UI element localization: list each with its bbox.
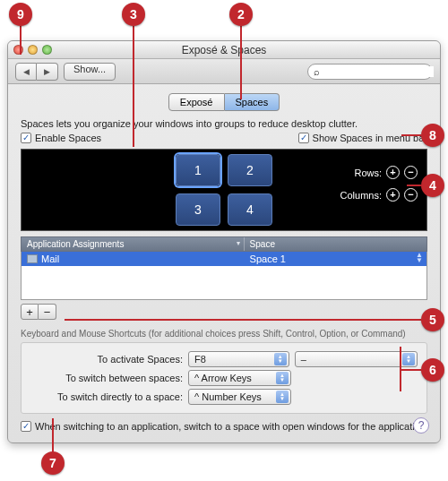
space-2[interactable]: 2	[228, 154, 272, 186]
assignments-list[interactable]: Mail Space 1 ▲▼	[21, 252, 427, 300]
switch-to-app-checkbox[interactable]: ✓ When switching to an application, swit…	[21, 421, 427, 432]
assignment-app: Mail	[41, 253, 59, 264]
checkbox-icon: ✓	[21, 133, 31, 143]
annotation-7: 7	[41, 451, 65, 475]
switch-key-value: ^ Arrow Keys	[194, 373, 252, 383]
annotation-3: 3	[122, 3, 145, 26]
activate-key-value: F8	[194, 354, 206, 365]
checkbox-icon: ✓	[298, 133, 309, 143]
rows-remove-button[interactable]: −	[404, 166, 418, 179]
activate-mouse-value: –	[301, 354, 306, 365]
popup-arrows-icon: ▲▼	[276, 372, 289, 384]
tab-bar: Exposé Spaces	[168, 93, 280, 111]
popup-arrows-icon[interactable]: ▲▼	[416, 253, 423, 263]
close-icon[interactable]	[13, 45, 23, 55]
remove-assignment-button[interactable]: −	[39, 304, 56, 320]
tab-expose[interactable]: Exposé	[168, 93, 225, 111]
activate-label: To activate Spaces:	[30, 354, 183, 365]
activate-key-popup[interactable]: F8 ▲▼	[188, 351, 289, 367]
app-icon	[27, 254, 38, 263]
col-space[interactable]: Space	[245, 237, 426, 251]
search-field[interactable]: ⌕	[307, 64, 433, 80]
annotation-6: 6	[421, 358, 444, 382]
direct-key-value: ^ Number Keys	[194, 391, 262, 402]
switch-key-popup[interactable]: ^ Arrow Keys ▲▼	[188, 370, 291, 386]
popup-arrows-icon: ▲▼	[276, 391, 289, 403]
titlebar: Exposé & Spaces	[8, 41, 440, 59]
enable-spaces-label: Enable Spaces	[35, 133, 101, 143]
space-4[interactable]: 4	[228, 193, 272, 226]
assignment-row[interactable]: Mail Space 1 ▲▼	[22, 252, 426, 266]
direct-key-popup[interactable]: ^ Number Keys ▲▼	[188, 389, 291, 405]
col-application[interactable]: Application Assignments	[22, 237, 245, 251]
assignment-space: Space 1	[250, 253, 286, 264]
space-1[interactable]: 1	[176, 154, 220, 186]
spaces-grid-panel: 1 2 3 4 Rows: + − Columns: + −	[21, 149, 427, 231]
search-icon: ⌕	[314, 66, 320, 77]
annotation-8: 8	[421, 124, 444, 147]
intro-text: Spaces lets you organize your windows in…	[21, 118, 427, 129]
columns-label: Columns:	[340, 190, 382, 201]
popup-arrows-icon: ▲▼	[274, 353, 287, 365]
rows-label: Rows:	[354, 167, 382, 178]
direct-label: To switch directly to a space:	[30, 391, 183, 402]
toolbar: ◀ ▶ Show... ⌕	[8, 59, 440, 84]
annotation-2: 2	[229, 3, 253, 26]
preferences-window: Exposé & Spaces ◀ ▶ Show... ⌕ Exposé Spa…	[7, 40, 441, 443]
tab-spaces[interactable]: Spaces	[225, 93, 280, 111]
show-all-button[interactable]: Show...	[64, 63, 116, 81]
enable-spaces-checkbox[interactable]: ✓ Enable Spaces	[21, 133, 101, 143]
assignments-header: Application Assignments Space	[21, 236, 427, 252]
add-assignment-button[interactable]: +	[21, 304, 39, 320]
annotation-9: 9	[9, 3, 32, 26]
window-title: Exposé & Spaces	[182, 44, 267, 56]
popup-arrows-icon: ▲▼	[402, 353, 415, 365]
annotation-5: 5	[421, 308, 444, 331]
switch-label: To switch between spaces:	[30, 373, 183, 383]
columns-remove-button[interactable]: −	[404, 188, 418, 202]
forward-button[interactable]: ▶	[37, 63, 58, 81]
minimize-icon[interactable]	[28, 45, 38, 55]
help-button[interactable]: ?	[413, 417, 429, 434]
zoom-icon[interactable]	[42, 45, 52, 55]
shortcuts-header: Keyboard and Mouse Shortcuts (for additi…	[21, 329, 427, 339]
space-3[interactable]: 3	[176, 193, 220, 226]
back-button[interactable]: ◀	[15, 63, 37, 81]
columns-add-button[interactable]: +	[386, 188, 400, 202]
search-input[interactable]	[323, 66, 434, 77]
switch-to-app-label: When switching to an application, switch…	[35, 421, 426, 432]
checkbox-icon: ✓	[21, 421, 31, 432]
rows-add-button[interactable]: +	[386, 166, 400, 179]
annotation-4: 4	[421, 174, 444, 197]
